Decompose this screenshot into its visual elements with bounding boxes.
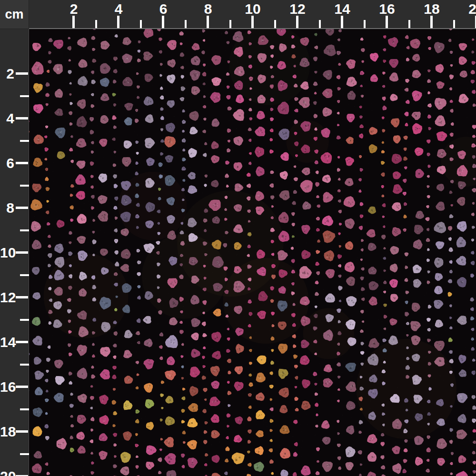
ruler-top-label-2: 2 xyxy=(70,2,78,16)
ruler-left-label-18: 18 xyxy=(0,425,14,439)
ruler-top-label-16: 16 xyxy=(379,2,395,16)
ruler-left-label-8: 8 xyxy=(0,201,14,215)
ruler-top-minor-tick-13 xyxy=(319,20,321,28)
ruler-top-label-6: 6 xyxy=(159,2,168,16)
ruler-left-minor-tick-9 xyxy=(20,229,29,231)
ruler-left-minor-tick-17 xyxy=(20,408,29,410)
ruler-left-minor-tick-15 xyxy=(20,364,29,366)
ruler-top-minor-tick-17 xyxy=(408,20,410,28)
fabric-swatch-image xyxy=(29,29,476,476)
ruler-top-major-tick-18 xyxy=(430,16,433,28)
ruler-unit-label: cm xyxy=(0,0,29,29)
ruler-left-minor-tick-7 xyxy=(20,185,29,187)
ruler-left-major-tick-8 xyxy=(16,207,28,209)
ruler-left-label-6: 6 xyxy=(0,156,14,170)
ruler-left-major-tick-2 xyxy=(16,72,28,75)
ruler-top-major-tick-2 xyxy=(72,16,75,28)
ruler-left-minor-tick-19 xyxy=(20,453,29,455)
ruler-top-label-4: 4 xyxy=(115,2,123,16)
ruler-top-minor-tick-15 xyxy=(364,20,366,28)
ruler-left-label-10: 10 xyxy=(0,246,14,260)
ruler-left-label-12: 12 xyxy=(0,290,14,305)
ruler-top-minor-tick-11 xyxy=(274,20,276,28)
ruler-top-label-12: 12 xyxy=(289,2,305,16)
ruler-left-major-tick-10 xyxy=(16,251,28,254)
ruler-left-minor-tick-13 xyxy=(20,319,29,321)
ruler-top-major-tick-14 xyxy=(341,16,343,28)
ruler-left-label-4: 4 xyxy=(0,111,14,126)
ruler-left-label-16: 16 xyxy=(0,380,14,394)
ruler-top-minor-tick-5 xyxy=(140,20,142,28)
ruler-top-label-20: 20 xyxy=(468,2,476,16)
ruler-top-minor-tick-3 xyxy=(95,20,97,28)
ruler-top-label-18: 18 xyxy=(424,2,439,16)
ruler-top-minor-tick-9 xyxy=(229,20,231,28)
ruler-top-label-8: 8 xyxy=(204,2,212,16)
fabric-swatch-viewer: 2468101214161820 2468101214161820 cm xyxy=(0,0,476,476)
ruler-left-minor-tick-5 xyxy=(20,140,29,142)
ruler-left-minor-tick-3 xyxy=(20,95,29,97)
ruler-top: 2468101214161820 xyxy=(29,0,476,29)
ruler-left-major-tick-4 xyxy=(16,117,28,119)
ruler-left-major-tick-12 xyxy=(16,296,28,298)
ruler-left-minor-tick-11 xyxy=(20,274,29,276)
ruler-left-major-tick-6 xyxy=(16,162,28,164)
ruler-top-major-tick-16 xyxy=(386,16,388,28)
ruler-left-major-tick-16 xyxy=(16,386,28,388)
ruler-left-label-20: 20 xyxy=(0,469,14,476)
ruler-top-minor-tick-19 xyxy=(453,20,455,28)
ruler-top-major-tick-6 xyxy=(162,16,164,28)
ruler-left-major-tick-14 xyxy=(16,341,28,343)
ruler-top-major-tick-4 xyxy=(117,16,119,28)
ruler-top-minor-tick-7 xyxy=(185,20,187,28)
ruler-top-major-tick-12 xyxy=(296,16,298,28)
ruler-top-major-tick-10 xyxy=(251,16,254,28)
ruler-left-label-2: 2 xyxy=(0,67,14,81)
ruler-left-label-14: 14 xyxy=(0,335,14,349)
ruler-top-label-10: 10 xyxy=(245,2,260,16)
ruler-left: 2468101214161820 xyxy=(0,29,29,476)
ruler-top-major-tick-8 xyxy=(207,16,209,28)
ruler-top-label-14: 14 xyxy=(334,2,350,16)
ruler-left-major-tick-18 xyxy=(16,430,28,433)
